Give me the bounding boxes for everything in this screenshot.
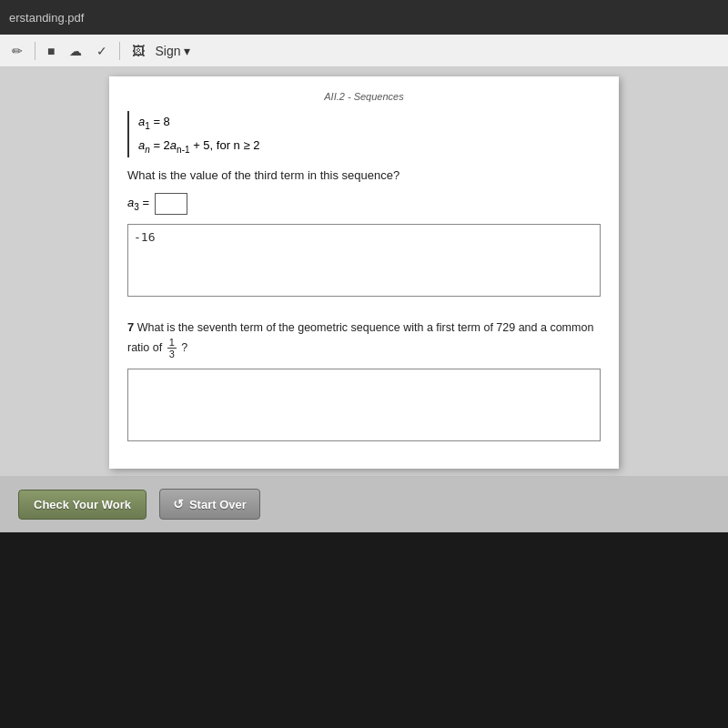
square-button[interactable]: ■ xyxy=(43,41,59,61)
an-text: an = 2an-1 + 5, for n ≥ 2 xyxy=(138,135,259,158)
question7-number: 7 xyxy=(127,320,134,334)
pencil-button[interactable]: ✏ xyxy=(7,41,27,61)
question-mark: ? xyxy=(181,341,187,354)
sequence-definition: a1 = 8 an = 2an-1 + 5, for n ≥ 2 xyxy=(127,111,601,157)
question6-text: What is the value of the third term in t… xyxy=(127,168,601,182)
separator2 xyxy=(119,42,120,60)
section-label: AII.2 - Sequences xyxy=(127,91,601,102)
sign-button[interactable]: Sign ▾ xyxy=(155,44,189,58)
screen: erstanding.pdf ✏ ■ ☁ ✓ 🖼 Sign ▾ AII.2 - … xyxy=(0,0,728,728)
image-button[interactable]: 🖼 xyxy=(127,41,149,61)
a3-label: a3 = xyxy=(127,196,149,212)
start-over-button[interactable]: ↺ Start Over xyxy=(159,489,260,520)
refresh-icon: ↺ xyxy=(173,497,184,511)
separator1 xyxy=(35,42,35,60)
pdf-page: AII.2 - Sequences a1 = 8 an = 2an-1 + 5,… xyxy=(109,76,619,469)
response-textarea-q6[interactable]: -16 xyxy=(127,224,601,297)
question7-body: What is the seventh term of the geometri… xyxy=(127,321,593,354)
response-textarea-q7[interactable] xyxy=(127,369,601,441)
start-over-label: Start Over xyxy=(189,498,247,511)
cloud-button[interactable]: ☁ xyxy=(65,41,86,61)
toolbar: ✏ ■ ☁ ✓ 🖼 Sign ▾ xyxy=(0,35,728,67)
dark-bottom-area xyxy=(0,532,728,728)
check-work-button[interactable]: Check Your Work xyxy=(18,490,147,520)
main-content: AII.2 - Sequences a1 = 8 an = 2an-1 + 5,… xyxy=(0,67,728,728)
a1-text: a1 = 8 xyxy=(138,111,170,135)
fraction-numerator: 1 xyxy=(167,337,177,349)
sign-label: Sign xyxy=(155,44,180,58)
fraction-denominator: 3 xyxy=(167,349,177,359)
browser-bar: erstanding.pdf xyxy=(0,0,728,35)
answer-input-box[interactable] xyxy=(155,193,187,215)
answer-row: a3 = xyxy=(127,193,601,215)
fraction-display: 1 3 xyxy=(166,341,182,354)
bottom-bar: Check Your Work ↺ Start Over xyxy=(0,476,728,532)
check-button[interactable]: ✓ xyxy=(92,41,112,61)
seq-row-2: an = 2an-1 + 5, for n ≥ 2 xyxy=(138,135,601,158)
sign-dropdown-arrow: ▾ xyxy=(184,44,190,58)
question7-text: 7 What is the seventh term of the geomet… xyxy=(127,318,601,359)
tab-title: erstanding.pdf xyxy=(9,11,84,25)
seq-row-1: a1 = 8 xyxy=(138,111,601,135)
